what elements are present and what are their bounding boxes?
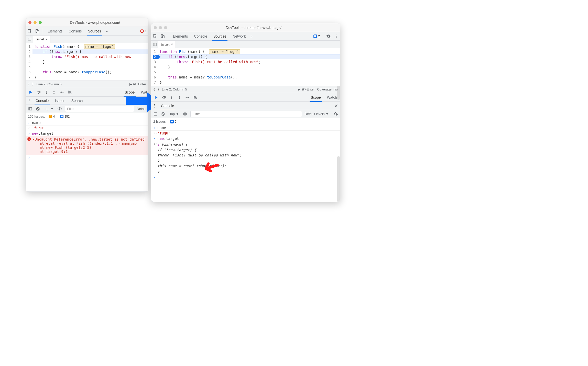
close-dot[interactable] xyxy=(28,21,31,24)
scrollbar[interactable] xyxy=(337,156,340,202)
svg-point-19 xyxy=(336,36,337,37)
line-gutter[interactable]: 1234567 xyxy=(26,43,32,81)
cursor-position: Line 2, Column 5 xyxy=(36,82,61,86)
inspect-element-icon[interactable] xyxy=(151,32,159,40)
clear-console-icon[interactable] xyxy=(35,105,41,113)
console-log[interactable]: ›name ‹·'fugu' ›new.target ✕ ▸Uncaught R… xyxy=(26,120,148,160)
console-prompt[interactable]: › xyxy=(26,155,148,160)
function-dump[interactable]: ƒ ƒ Fish(name) {Fish(name) { if (!new.ta… xyxy=(157,142,242,174)
traffic-lights[interactable] xyxy=(28,21,42,24)
device-toolbar-icon[interactable] xyxy=(159,32,167,40)
tab-sources[interactable]: Sources xyxy=(85,27,104,36)
console-prompt[interactable]: › xyxy=(151,175,340,180)
navigator-toggle-icon[interactable] xyxy=(151,41,158,48)
tab-scope[interactable]: Scope xyxy=(308,93,324,102)
code-lines[interactable]: function Fish(name) { name = "fugu" if (… xyxy=(158,48,340,86)
stack-link[interactable]: (index):1:1 xyxy=(89,141,113,145)
code-lines[interactable]: function Fish(name) { name = "fugu" if (… xyxy=(32,43,148,81)
drawer-tabbar: Console xyxy=(151,102,340,110)
step-icon[interactable] xyxy=(183,94,191,101)
close-icon[interactable]: × xyxy=(46,37,48,41)
zoom-dot[interactable] xyxy=(39,21,42,24)
close-dot[interactable] xyxy=(154,26,157,29)
navigator-toggle-icon[interactable] xyxy=(26,36,33,43)
clear-console-icon[interactable] xyxy=(160,110,167,118)
console-settings-icon[interactable] xyxy=(332,110,339,118)
line-gutter[interactable]: 1234567 xyxy=(151,48,158,86)
drawer-tab-console[interactable]: Console xyxy=(158,101,177,110)
svg-rect-21 xyxy=(153,43,156,46)
window-titlebar[interactable]: DevTools - chrome://new-tab-page/ xyxy=(151,23,340,32)
console-log[interactable]: ›name ‹·'fugu' ›new.target ‹· ƒ ƒ Fish(n… xyxy=(151,125,340,180)
deactivate-breakpoints-icon[interactable] xyxy=(192,94,199,101)
svg-point-28 xyxy=(154,105,155,106)
more-tabs-icon[interactable]: » xyxy=(104,29,109,33)
pretty-print-icon[interactable]: { } xyxy=(153,87,159,91)
step-over-icon[interactable] xyxy=(160,94,168,101)
input-caret-icon: › xyxy=(153,126,157,130)
drawer-menu-icon[interactable] xyxy=(151,102,158,110)
step-out-icon[interactable] xyxy=(176,94,183,101)
step-icon[interactable] xyxy=(58,89,65,96)
deactivate-breakpoints-icon[interactable] xyxy=(66,89,73,96)
issues-bar[interactable]: 156 Issues: !4 152 xyxy=(26,113,148,120)
context-selector[interactable]: top ▼ xyxy=(43,107,55,111)
log-levels-selector[interactable]: Default levels ▼ xyxy=(303,112,330,116)
live-expression-icon[interactable] xyxy=(56,105,63,113)
code-editor[interactable]: 1234567 function Fish(name) { name = "fu… xyxy=(26,43,148,81)
window-title: DevTools - www.photopea.com/ xyxy=(44,20,146,25)
step-into-icon[interactable] xyxy=(168,94,175,101)
traffic-lights[interactable] xyxy=(154,26,167,29)
tab-network[interactable]: Network xyxy=(230,32,249,41)
minimize-dot[interactable] xyxy=(34,21,37,24)
zoom-dot[interactable] xyxy=(164,26,167,29)
minimize-dot[interactable] xyxy=(159,26,162,29)
close-icon[interactable]: × xyxy=(171,42,173,46)
tab-elements[interactable]: Elements xyxy=(170,32,191,41)
cursor-position: Line 2, Column 5 xyxy=(162,87,187,91)
devtools-window-after: DevTools - chrome://new-tab-page/ Elemen… xyxy=(151,23,340,202)
resume-icon[interactable] xyxy=(153,94,160,101)
step-over-icon[interactable] xyxy=(35,89,42,96)
debugger-toolbar: Scope Watch xyxy=(151,93,340,102)
code-editor[interactable]: 1234567 function Fish(name) { name = "fu… xyxy=(151,48,340,86)
close-drawer-icon[interactable] xyxy=(332,102,340,110)
tab-elements[interactable]: Elements xyxy=(45,27,66,36)
device-toolbar-icon[interactable] xyxy=(34,27,41,35)
tab-sources[interactable]: Sources xyxy=(210,32,230,41)
step-into-icon[interactable] xyxy=(43,89,50,96)
drawer-tab-search[interactable]: Search xyxy=(68,96,86,105)
output-caret-icon: ‹· xyxy=(153,142,157,174)
more-tabs-icon[interactable]: » xyxy=(249,34,254,38)
console-sidebar-icon[interactable] xyxy=(27,105,34,113)
more-menu-icon[interactable] xyxy=(332,32,340,40)
console-sidebar-icon[interactable] xyxy=(152,110,159,118)
step-out-icon[interactable] xyxy=(50,89,58,96)
resume-icon[interactable] xyxy=(27,89,35,96)
error-message[interactable]: ✕ ▸Uncaught ReferenceError: .new.target … xyxy=(26,136,148,155)
tab-console[interactable]: Console xyxy=(66,27,85,36)
file-tab-target[interactable]: target × xyxy=(158,41,176,48)
context-selector[interactable]: top ▼ xyxy=(169,112,181,116)
stack-link[interactable]: target:9:1 xyxy=(46,150,68,154)
pretty-print-icon[interactable]: { } xyxy=(28,82,34,86)
error-badge[interactable]: ✕1 xyxy=(139,29,148,33)
live-expression-icon[interactable] xyxy=(182,110,188,118)
drawer-tab-console[interactable]: Console xyxy=(32,96,52,105)
issues-bar[interactable]: 2 Issues: 2 xyxy=(151,118,340,125)
svg-point-27 xyxy=(154,104,155,105)
window-titlebar[interactable]: DevTools - www.photopea.com/ xyxy=(26,18,148,27)
tab-console[interactable]: Console xyxy=(191,32,210,41)
file-tabbar: target × xyxy=(26,36,148,43)
settings-icon[interactable] xyxy=(325,32,332,40)
filter-input[interactable] xyxy=(190,111,302,117)
drawer-tab-issues[interactable]: Issues xyxy=(52,96,68,105)
file-tab-target[interactable]: target × xyxy=(33,36,50,43)
window-title: DevTools - chrome://new-tab-page/ xyxy=(170,26,337,30)
drawer-menu-icon[interactable] xyxy=(26,97,32,105)
inspect-element-icon[interactable] xyxy=(26,27,34,35)
stack-link[interactable]: target:2:5 xyxy=(68,145,89,150)
filter-input[interactable] xyxy=(65,106,134,112)
issues-badge[interactable]: 2 xyxy=(312,35,321,38)
svg-rect-17 xyxy=(162,36,164,38)
